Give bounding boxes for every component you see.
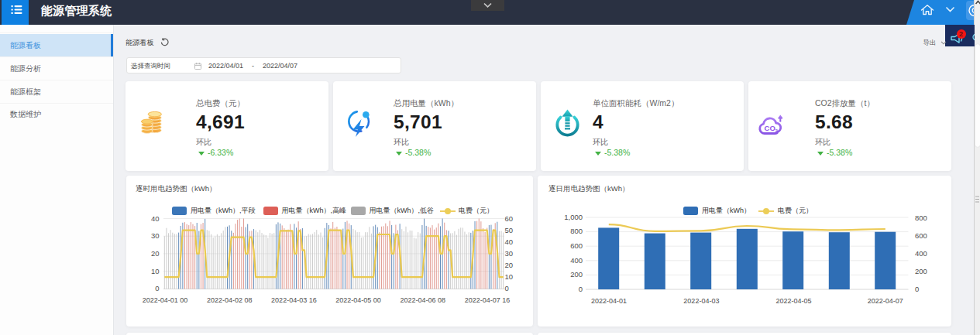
svg-text:CO: CO xyxy=(765,124,775,132)
